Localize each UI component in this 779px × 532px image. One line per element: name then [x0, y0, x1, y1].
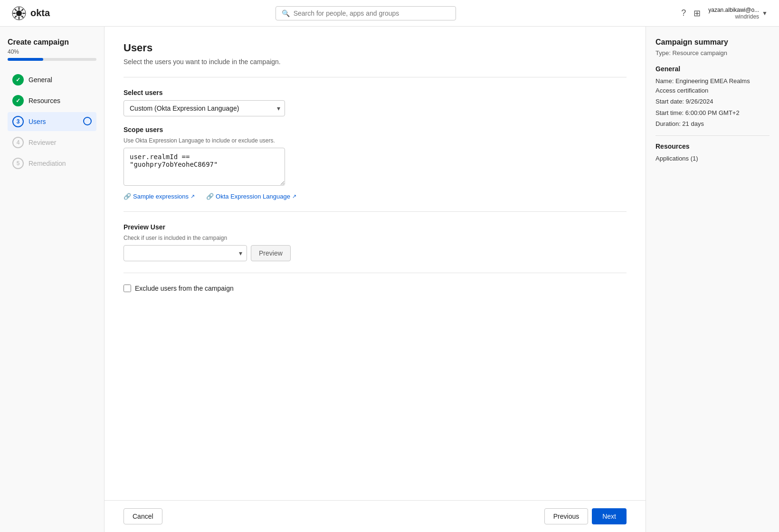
step4-circle: 4	[12, 137, 24, 148]
okta-wordmark: okta	[30, 8, 50, 19]
footer-right: Previous Next	[544, 508, 627, 524]
summary-name: Name: Engineering EMEA Realms Access cer…	[656, 76, 770, 95]
step3-circle: 3	[12, 116, 24, 127]
main-content: Users Select the users you want to inclu…	[104, 27, 646, 532]
sidebar: Create campaign 40% ✓ General ✓ Resource…	[0, 27, 104, 532]
step1-label: General	[28, 76, 52, 84]
user-menu[interactable]: yazan.albikawi@o... windrides ▼	[708, 7, 768, 20]
step5-circle: 5	[12, 158, 24, 169]
user-info: yazan.albikawi@o... windrides	[708, 7, 759, 20]
external-link-icon: 🔗	[124, 193, 131, 200]
select-users-section: Select users All users Custom (Okta Expr…	[124, 89, 627, 116]
preview-row: ▾ Preview	[124, 245, 627, 261]
select-users-label: Select users	[124, 89, 627, 96]
sample-expressions-link[interactable]: 🔗 Sample expressions ↗	[124, 193, 195, 200]
preview-user-hint: Check if user is included in the campaig…	[124, 235, 627, 241]
topnav: okta 🔍 ? ⊞ yazan.albikawi@o... windrides…	[0, 0, 779, 27]
app-layout: Create campaign 40% ✓ General ✓ Resource…	[0, 27, 779, 532]
external-arrow-icon2: ↗	[292, 193, 296, 200]
exclude-users-checkbox[interactable]	[124, 285, 131, 292]
progress-bar-fill	[8, 58, 43, 61]
sidebar-item-users[interactable]: 3 Users	[8, 112, 96, 131]
exclude-users-label: Exclude users from the campaign	[135, 285, 234, 292]
sidebar-item-reviewer[interactable]: 4 Reviewer	[8, 133, 96, 152]
scope-users-label: Scope users	[124, 126, 627, 133]
preview-user-section: Preview User Check if user is included i…	[124, 223, 627, 261]
page-title: Users	[124, 42, 627, 54]
summary-type: Type: Resource campaign	[656, 49, 770, 57]
svg-point-1	[16, 10, 22, 16]
topnav-right: ? ⊞ yazan.albikawi@o... windrides ▼	[681, 7, 768, 20]
sidebar-item-general[interactable]: ✓ General	[8, 70, 96, 89]
preview-user-label: Preview User	[124, 223, 627, 231]
apps-icon[interactable]: ⊞	[694, 8, 701, 19]
previous-button[interactable]: Previous	[544, 508, 588, 524]
summary-start-date: Start date: 9/26/2024	[656, 97, 770, 106]
step1-circle: ✓	[12, 74, 24, 86]
summary-duration: Duration: 21 days	[656, 119, 770, 129]
page-subtitle: Select the users you want to include in …	[124, 58, 627, 66]
top-divider	[124, 77, 627, 77]
select-users-dropdown[interactable]: All users Custom (Okta Expression Langua…	[124, 100, 285, 116]
exclude-users-section: Exclude users from the campaign	[124, 285, 627, 292]
summary-resources-title: Resources	[656, 142, 770, 150]
scope-expression-textarea[interactable]: user.realmId == "guohpry7obYeoheC8697"	[124, 148, 285, 186]
external-arrow-icon: ↗	[190, 193, 195, 200]
next-button[interactable]: Next	[592, 508, 627, 524]
search-icon: 🔍	[282, 10, 290, 17]
select-users-wrapper: All users Custom (Okta Expression Langua…	[124, 100, 285, 116]
lower-divider	[124, 273, 627, 273]
progress-label: 40%	[8, 48, 96, 55]
summary-divider	[656, 135, 770, 136]
summary-title: Campaign summary	[656, 38, 770, 47]
summary-general-title: General	[656, 65, 770, 73]
cancel-button[interactable]: Cancel	[124, 508, 162, 524]
step3-active-indicator	[83, 117, 92, 127]
user-email: yazan.albikawi@o...	[708, 7, 759, 13]
sidebar-title: Create campaign	[8, 38, 96, 47]
sidebar-item-resources[interactable]: ✓ Resources	[8, 91, 96, 110]
scope-users-hint: Use Okta Expression Language to include …	[124, 137, 627, 144]
help-icon[interactable]: ?	[681, 8, 686, 18]
preview-user-select[interactable]	[124, 245, 247, 261]
external-link-icon2: 🔗	[206, 193, 214, 200]
step4-label: Reviewer	[28, 139, 56, 146]
okta-expression-link[interactable]: 🔗 Okta Expression Language ↗	[206, 193, 296, 200]
search-bar[interactable]: 🔍	[276, 6, 456, 20]
summary-start-time: Start time: 6:00:00 PM GMT+2	[656, 108, 770, 118]
expression-links: 🔗 Sample expressions ↗ 🔗 Okta Expression…	[124, 193, 627, 200]
preview-select-wrapper: ▾	[124, 245, 247, 261]
topnav-left: okta	[11, 6, 50, 21]
content-body: Users Select the users you want to inclu…	[104, 27, 646, 500]
middle-divider	[124, 211, 627, 212]
footer-left: Cancel	[124, 508, 162, 524]
step5-label: Remediation	[28, 160, 66, 167]
footer: Cancel Previous Next	[104, 500, 646, 532]
scope-users-section: Scope users Use Okta Expression Language…	[124, 126, 627, 187]
okta-logo: okta	[11, 6, 50, 21]
chevron-down-icon: ▼	[762, 10, 768, 17]
progress-bar-bg	[8, 58, 96, 61]
step2-circle: ✓	[12, 95, 24, 106]
step3-label: Users	[28, 118, 46, 125]
step2-label: Resources	[28, 97, 60, 104]
sidebar-item-remediation[interactable]: 5 Remediation	[8, 154, 96, 173]
user-org: windrides	[735, 13, 759, 20]
preview-button[interactable]: Preview	[251, 245, 291, 261]
right-panel: Campaign summary Type: Resource campaign…	[646, 27, 779, 532]
svg-point-10	[84, 117, 91, 125]
nav-items: ✓ General ✓ Resources 3 Users 4	[8, 70, 96, 173]
search-input[interactable]	[294, 10, 450, 17]
summary-applications: Applications (1)	[656, 154, 770, 163]
